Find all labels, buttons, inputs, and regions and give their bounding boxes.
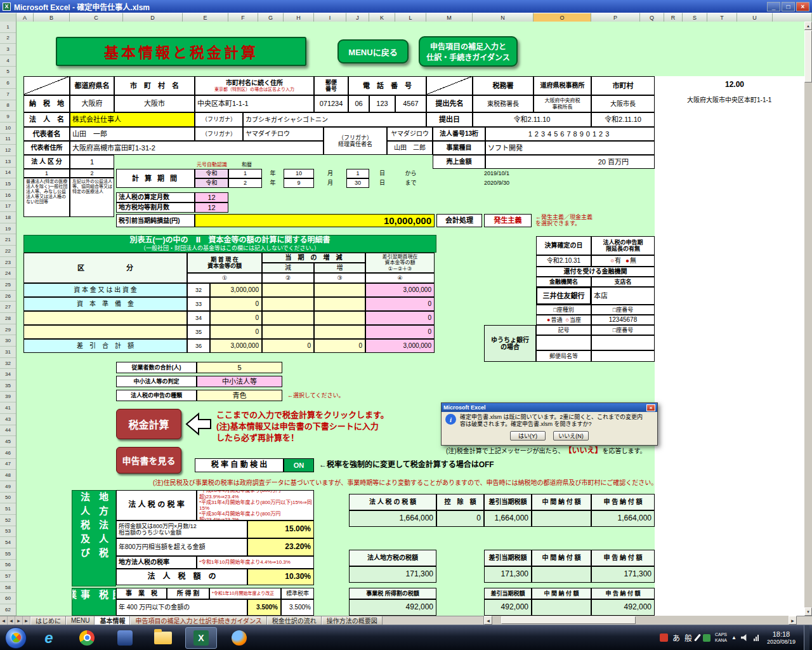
row-header[interactable]: 2 [0,33,16,44]
row-header[interactable]: 22 [0,246,16,257]
capital-cell[interactable]: 0 [314,339,365,353]
col-header[interactable]: T [707,13,737,22]
col-header[interactable]: A [16,13,34,22]
cell-shichoson[interactable]: 大阪市長 [591,95,655,112]
cell-to-date[interactable]: 2020/9/30 [482,178,539,188]
capital-cell[interactable]: 0 [210,311,262,325]
row-header[interactable]: 9 [0,111,16,123]
row-header[interactable]: 23 [0,257,16,269]
horizontal-scrollbar[interactable]: ◀ ▶ [483,616,797,625]
cell-daihyo-name[interactable]: 山田 一郎 [70,127,195,141]
t1-value[interactable]: 1,664,000 [349,510,436,527]
capital-cell[interactable] [262,297,314,311]
ime-pen-icon[interactable] [694,634,701,642]
cell-tel3[interactable]: 4567 [395,95,426,112]
col-header[interactable]: H [284,13,314,22]
radio-on-icon[interactable]: ● [625,257,629,265]
cell-shiten[interactable]: 本店 [591,287,655,305]
radio-on-icon[interactable]: ● [547,317,550,323]
scroll-down-icon[interactable]: ▼ [804,607,812,616]
cell-jigyo-rate[interactable]: 3.500% [247,599,281,616]
ie-icon[interactable]: e [33,627,65,649]
tab-prev-icon[interactable]: ◀ [8,616,15,625]
cell-year2[interactable]: 2 [228,178,262,188]
tab-next-icon[interactable]: ▶ [15,616,23,625]
row-header[interactable]: 28 [0,313,16,324]
capital-cell[interactable] [314,325,365,339]
col-header[interactable]: L [395,13,426,22]
capital-row-label[interactable] [23,325,187,339]
t2-value[interactable] [532,566,591,583]
excel-taskbar-icon[interactable]: X [185,627,217,649]
row-header[interactable]: 43 [0,414,16,425]
tray-chevron-icon[interactable]: ▲ [731,635,737,640]
cell-kenzei[interactable]: 大阪府中央府税 事務所長 [534,95,591,112]
row-header[interactable]: 52 [0,515,16,526]
close-button[interactable]: × [796,2,809,11]
row-header[interactable]: 47 [0,459,16,470]
cell-era2[interactable]: 令和 [195,178,228,188]
scroll-right-icon[interactable]: ▶ [789,616,797,625]
radio-off-icon[interactable]: ○ [610,257,614,265]
row-header[interactable]: 35 [0,380,16,392]
row-header[interactable]: 3 [0,44,16,55]
cell-daihyo-kana[interactable]: ヤマダイチロウ [243,127,324,141]
row-header[interactable]: 50 [0,493,16,504]
tray-shield-icon[interactable] [703,634,710,642]
row-header[interactable]: 16 [0,190,16,201]
dialog-title-bar[interactable]: Microsoft Excel × [442,403,657,412]
scroll-left-icon[interactable]: ◀ [484,616,492,625]
row-header[interactable]: 27 [0,302,16,313]
cell-tel1[interactable]: 06 [348,95,369,112]
capital-cell[interactable]: 3,000,000 [210,283,262,297]
cell-hojin-kana[interactable]: カブシキガイシャシゴトニン [243,112,426,127]
t1-value[interactable] [532,510,591,527]
cell-gyoshu[interactable]: ソフト開発 [485,141,655,155]
cell-date1[interactable]: 令和2.11.10 [473,112,591,127]
cell-koza-shubetsu[interactable]: ●普通 ○当座 [536,315,591,325]
row-header[interactable]: 62 [0,604,16,616]
cell-day2[interactable]: 30 [346,178,369,188]
ime-mode-indicator[interactable]: 般 [684,632,692,643]
cell-kigen-radio[interactable]: ○有 ●無 [591,255,655,267]
col-header[interactable]: F [228,13,258,22]
tab-shinkoku-guidance[interactable]: 申告項目の補足入力と仕訳手続きガイダンス [130,616,266,625]
capital-cell[interactable]: 0 [210,325,262,339]
col-header[interactable]: P [591,13,640,22]
cell-city[interactable]: 大阪市 [114,95,195,112]
ime-hiragana-indicator[interactable]: あ [672,632,680,643]
cell-jusho[interactable]: 大阪府高槻市富田町1-31-2 [70,141,324,155]
cell-era1[interactable]: 令和 [195,169,228,178]
show-desktop-button[interactable] [804,625,809,650]
row-header[interactable]: 57 [0,571,16,582]
row-header[interactable]: 12 [0,145,16,156]
tab-menu[interactable]: MENU [66,616,95,625]
cell-yucho-bango[interactable] [591,335,655,350]
row-header[interactable]: 49 [0,481,16,493]
view-report-button[interactable]: 申告書を見る [116,447,181,474]
volume-icon[interactable] [741,634,749,642]
row-header[interactable]: 30 [0,335,16,347]
row-header[interactable]: 10 [0,123,16,134]
row-header[interactable]: 54 [0,537,16,548]
cell-rate2[interactable]: 23.20% [247,538,314,556]
row-header[interactable]: 8 [0,100,16,112]
cell-month1[interactable]: 10 [284,169,314,178]
cell-pref[interactable]: 大阪府 [70,95,114,112]
t1-value[interactable]: 1,664,000 [484,510,532,527]
row-header[interactable]: 24 [0,268,16,279]
capital-cell[interactable] [314,297,365,311]
col-header[interactable]: R [664,13,683,22]
t1-value[interactable]: 0 [436,510,484,527]
corner-zoom-value[interactable]: 12.00 [723,80,780,90]
row-header[interactable]: 48 [0,470,16,481]
cell-shinkoku[interactable]: 青色 [197,390,282,401]
capital-cell[interactable] [314,283,365,297]
row-header[interactable]: 17 [0,201,16,213]
vertical-scroll-thumb[interactable] [804,30,812,83]
row-header[interactable]: 53 [0,526,16,538]
tab-first-icon[interactable]: ◀ [0,616,8,625]
row-header[interactable]: 51 [0,503,16,515]
cell-kaikei[interactable]: 発生主義 [484,214,532,227]
menu-button[interactable]: MENUに戻る [337,39,409,63]
